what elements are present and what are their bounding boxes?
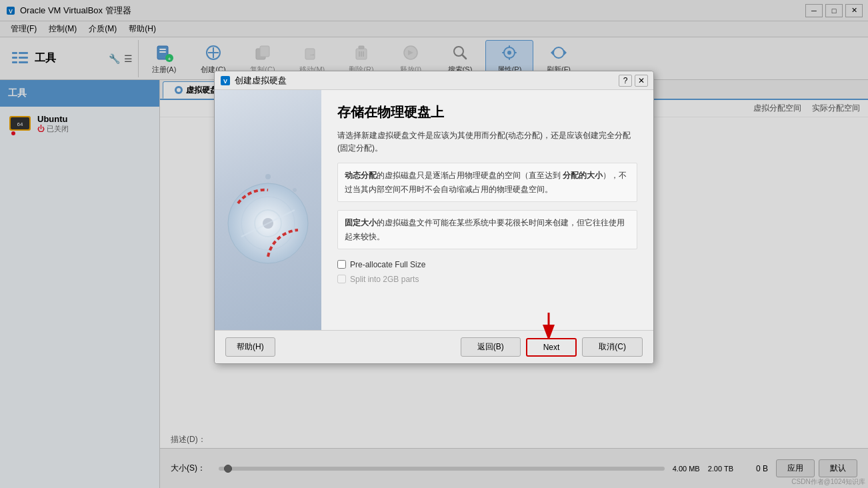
dialog-footer-help-button[interactable]: 帮助(H) [225,337,275,357]
next-button[interactable]: Next [526,338,577,357]
split-checkbox-row: Split into 2GB parts [337,275,637,284]
cancel-button[interactable]: 取消(C) [582,337,643,357]
arrow-indicator [539,311,559,338]
create-vhd-dialog: V 创建虚拟硬盘 ? ✕ [214,71,654,364]
dialog-left-art [215,90,321,330]
dialog-section-title: 存储在物理硬盘上 [337,103,637,121]
dialog-desc2-bold1: 动态分配 [345,171,377,180]
dialog-desc3: 固定大小的虚拟磁盘文件可能在某些系统中要花很长时间来创建，但它往往使用起来较快。 [337,210,637,249]
pre-allocate-checkbox[interactable] [337,260,346,269]
pre-allocate-checkbox-row[interactable]: Pre-allocate Full Size [337,260,637,269]
dialog-desc2-bold2: 分配的大小 [563,171,603,180]
svg-text:V: V [223,78,227,85]
dialog-desc2: 动态分配的虚拟磁盘只是逐渐占用物理硬盘的空间（直至达到 分配的大小），不过当其内… [337,163,637,202]
split-label: Split into 2GB parts [350,275,419,284]
pre-allocate-label: Pre-allocate Full Size [350,260,425,269]
dialog-body: 存储在物理硬盘上 请选择新建虚拟硬盘文件是应该为其使用而分配(动态分配)，还是应… [215,90,653,330]
next-button-wrapper: Next [521,338,577,357]
dialog-icon: V [220,75,231,86]
dialog-right: 存储在物理硬盘上 请选择新建虚拟硬盘文件是应该为其使用而分配(动态分配)，还是应… [321,90,653,330]
dialog-footer: 帮助(H) 返回(B) Next 取消(C) [215,330,653,363]
split-checkbox [337,275,346,283]
svg-point-53 [265,174,271,179]
back-button[interactable]: 返回(B) [461,337,521,357]
dialog-titlebar: V 创建虚拟硬盘 ? ✕ [215,71,653,90]
dialog-title: 创建虚拟硬盘 [235,75,619,87]
dialog-desc2-text1: 的虚拟磁盘只是逐渐占用物理硬盘的空间（直至达到 [377,171,563,180]
art-container [215,90,321,330]
dialog-overlay: V 创建虚拟硬盘 ? ✕ [0,0,868,488]
dialog-desc3-bold: 固定大小 [345,218,377,227]
dialog-desc3-text: 的虚拟磁盘文件可能在某些系统中要花很长时间来创建，但它往往使用起来较快。 [345,218,625,241]
dialog-close-button[interactable]: ✕ [635,75,648,87]
dialog-desc1: 请选择新建虚拟硬盘文件是应该为其使用而分配(动态分配)，还是应该创建完全分配(固… [337,129,637,155]
dialog-help-button[interactable]: ? [619,75,632,87]
svg-point-54 [293,188,297,192]
